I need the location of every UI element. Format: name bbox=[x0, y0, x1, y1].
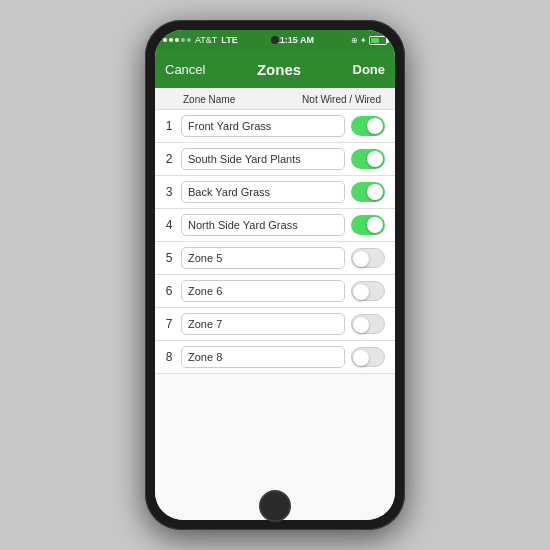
wifi-icon: ⊕ bbox=[351, 36, 358, 45]
signal-dot-4 bbox=[181, 38, 185, 42]
wired-status-header: Not Wired / Wired bbox=[302, 94, 381, 105]
zone-row: 8 bbox=[155, 341, 395, 374]
zone-toggle[interactable] bbox=[351, 182, 385, 202]
zone-row: 6 bbox=[155, 275, 395, 308]
column-headers: Zone Name Not Wired / Wired bbox=[155, 88, 395, 110]
signal-dot-1 bbox=[163, 38, 167, 42]
toggle-knob bbox=[353, 317, 369, 333]
zone-number: 8 bbox=[163, 350, 175, 364]
signal-dot-2 bbox=[169, 38, 173, 42]
status-time: 11:15 AM bbox=[275, 35, 314, 45]
zone-row: 5 bbox=[155, 242, 395, 275]
zone-name-input[interactable] bbox=[181, 181, 345, 203]
camera bbox=[271, 36, 279, 44]
zone-number: 3 bbox=[163, 185, 175, 199]
zone-toggle[interactable] bbox=[351, 149, 385, 169]
status-right: ⊕ ✦ bbox=[351, 36, 387, 45]
signal-dot-5 bbox=[187, 38, 191, 42]
zone-name-input[interactable] bbox=[181, 148, 345, 170]
zone-row: 3 bbox=[155, 176, 395, 209]
toggle-knob bbox=[367, 184, 383, 200]
carrier-label: AT&T bbox=[195, 35, 217, 45]
zone-toggle[interactable] bbox=[351, 281, 385, 301]
zone-number: 7 bbox=[163, 317, 175, 331]
zone-toggle[interactable] bbox=[351, 215, 385, 235]
nav-bar: Cancel Zones Done bbox=[155, 50, 395, 88]
cancel-button[interactable]: Cancel bbox=[165, 62, 205, 77]
zone-name-input[interactable] bbox=[181, 313, 345, 335]
toggle-knob bbox=[353, 284, 369, 300]
zone-number: 5 bbox=[163, 251, 175, 265]
zone-name-header: Zone Name bbox=[183, 94, 235, 105]
zone-row: 1 bbox=[155, 110, 395, 143]
zone-toggle[interactable] bbox=[351, 347, 385, 367]
zone-number: 4 bbox=[163, 218, 175, 232]
zone-row: 2 bbox=[155, 143, 395, 176]
toggle-knob bbox=[353, 350, 369, 366]
done-button[interactable]: Done bbox=[353, 62, 386, 77]
zones-list: 12345678 bbox=[155, 110, 395, 520]
phone-frame: AT&T LTE 11:15 AM ⊕ ✦ Cancel Zones Done … bbox=[145, 20, 405, 530]
toggle-knob bbox=[367, 118, 383, 134]
zone-toggle[interactable] bbox=[351, 116, 385, 136]
zone-name-input[interactable] bbox=[181, 346, 345, 368]
status-left: AT&T LTE bbox=[163, 35, 238, 45]
zone-number: 6 bbox=[163, 284, 175, 298]
zone-toggle[interactable] bbox=[351, 314, 385, 334]
zone-name-input[interactable] bbox=[181, 280, 345, 302]
zone-name-input[interactable] bbox=[181, 247, 345, 269]
network-label: LTE bbox=[221, 35, 237, 45]
zone-name-input[interactable] bbox=[181, 214, 345, 236]
zone-row: 7 bbox=[155, 308, 395, 341]
battery-indicator bbox=[369, 36, 387, 45]
zone-name-input[interactable] bbox=[181, 115, 345, 137]
toggle-knob bbox=[367, 151, 383, 167]
signal-dot-3 bbox=[175, 38, 179, 42]
nav-title: Zones bbox=[257, 61, 301, 78]
zone-number: 1 bbox=[163, 119, 175, 133]
toggle-knob bbox=[367, 217, 383, 233]
phone-screen: AT&T LTE 11:15 AM ⊕ ✦ Cancel Zones Done … bbox=[155, 30, 395, 520]
zone-number: 2 bbox=[163, 152, 175, 166]
zone-row: 4 bbox=[155, 209, 395, 242]
bluetooth-icon: ✦ bbox=[360, 36, 367, 45]
battery-fill bbox=[371, 38, 379, 43]
toggle-knob bbox=[353, 251, 369, 267]
zone-toggle[interactable] bbox=[351, 248, 385, 268]
home-button[interactable] bbox=[259, 490, 291, 522]
